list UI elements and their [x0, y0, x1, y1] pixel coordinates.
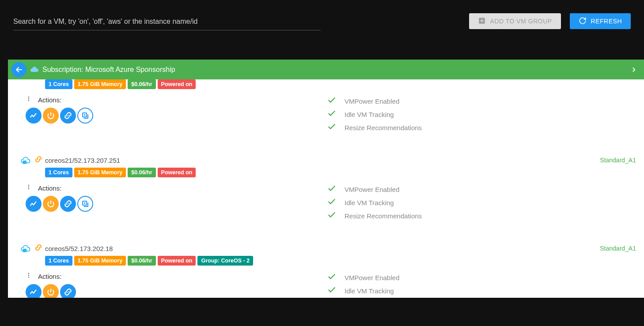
add-to-vm-group-label: ADD TO VM GROUP [490, 18, 552, 25]
refresh-button[interactable]: REFRESH [570, 13, 631, 29]
add-to-vm-group-button: ADD TO VM GROUP [469, 13, 561, 29]
add-group-button[interactable] [77, 108, 93, 124]
search-input[interactable] [13, 13, 321, 30]
svg-point-7 [28, 188, 29, 189]
svg-point-1 [28, 98, 29, 99]
more-vert-icon[interactable] [26, 184, 32, 192]
metrics-button[interactable] [26, 196, 42, 212]
badge-cores: 1 Cores [45, 256, 72, 266]
add-group-button[interactable] [77, 196, 93, 212]
actions-label: Actions: [38, 184, 61, 192]
more-vert-icon[interactable] [26, 272, 32, 281]
check-icon [327, 95, 337, 107]
check-vmpower: VMPower Enabled [345, 274, 399, 281]
badge-price: $0.06/hr [128, 79, 155, 89]
check-icon [327, 210, 337, 221]
svg-rect-4 [23, 161, 27, 164]
badge-power: Powered on [158, 168, 196, 177]
badge-cores: 1 Cores [45, 168, 72, 177]
back-button[interactable] [11, 62, 27, 77]
badge-price: $0.06/hr [128, 256, 155, 266]
check-icon [327, 285, 337, 296]
badge-price: $0.06/hr [128, 168, 155, 177]
power-button[interactable] [43, 108, 59, 124]
link-icon [34, 244, 42, 253]
svg-rect-9 [23, 249, 27, 252]
vm-block: 1 Cores 1.75 GiB Memory $0.06/hr Powered… [8, 79, 644, 143]
vm-size: Standard_A1 [600, 245, 636, 252]
power-button[interactable] [43, 284, 59, 298]
link-button[interactable] [60, 284, 76, 298]
vm-name[interactable]: coreos5/52.173.202.18 [45, 245, 113, 252]
add-box-icon [478, 17, 486, 26]
badge-group: Group: CoreOS - 2 [197, 256, 253, 266]
actions-label: Actions: [38, 273, 61, 280]
check-icon [327, 272, 337, 283]
vm-name[interactable]: coreos21/52.173.207.251 [45, 157, 120, 164]
more-vert-icon[interactable] [26, 95, 32, 104]
check-vmpower: VMPower Enabled [345, 97, 399, 105]
badge-power: Powered on [158, 256, 196, 266]
link-icon [34, 155, 42, 165]
refresh-icon [579, 17, 587, 26]
svg-point-2 [28, 100, 29, 101]
check-icon [327, 197, 337, 208]
azure-icon [30, 65, 39, 74]
badge-memory: 1.75 GiB Memory [74, 168, 126, 177]
svg-point-5 [28, 185, 29, 186]
vm-size: Standard_A1 [600, 157, 636, 164]
check-resize: Resize Recommendations [345, 124, 422, 131]
check-vmpower: VMPower Enabled [345, 186, 399, 193]
power-button[interactable] [43, 196, 59, 212]
badge-cores: 1 Cores [45, 79, 72, 89]
link-button[interactable] [60, 196, 76, 212]
check-idle: Idle VM Tracking [345, 111, 394, 118]
badge-memory: 1.75 GiB Memory [74, 256, 126, 266]
badge-memory: 1.75 GiB Memory [74, 79, 126, 89]
panel-header: Subscription: Microsoft Azure Sponsorshi… [8, 60, 644, 79]
metrics-button[interactable] [26, 108, 42, 124]
check-icon [327, 109, 337, 120]
check-idle: Idle VM Tracking [345, 287, 394, 295]
check-icon [327, 184, 337, 195]
subscription-panel: Subscription: Microsoft Azure Sponsorshi… [8, 60, 644, 298]
cloud-icon [20, 244, 32, 253]
check-icon [327, 122, 337, 133]
vm-block: coreos21/52.173.207.251 Standard_A1 1 Co… [8, 143, 644, 231]
svg-point-11 [28, 275, 29, 276]
metrics-button[interactable] [26, 284, 42, 298]
check-idle: Idle VM Tracking [345, 199, 394, 206]
svg-point-10 [28, 273, 29, 274]
actions-label: Actions: [38, 96, 61, 104]
svg-point-6 [28, 187, 29, 187]
chevron-right-icon[interactable] [630, 66, 638, 74]
vm-block: coreos5/52.173.202.18 Standard_A1 1 Core… [8, 231, 644, 298]
svg-point-0 [28, 97, 29, 97]
refresh-label: REFRESH [591, 18, 622, 25]
link-button[interactable] [60, 108, 76, 124]
check-resize: Resize Recommendations [345, 212, 422, 220]
badge-power: Powered on [158, 79, 196, 89]
svg-point-12 [28, 277, 29, 277]
cloud-icon [20, 155, 32, 165]
panel-title: Subscription: Microsoft Azure Sponsorshi… [42, 66, 175, 74]
